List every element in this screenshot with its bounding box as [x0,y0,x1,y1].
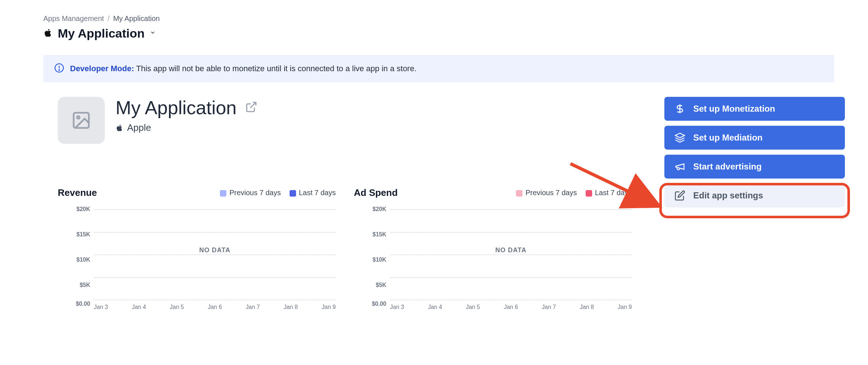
x-tick: Jan 6 [208,304,222,310]
banner-message: This app will not be able to monetize un… [136,64,417,73]
button-label: Start advertising [693,162,761,172]
y-tick: $15K [354,231,386,238]
swatch-icon [290,190,296,197]
developer-mode-banner: Developer Mode: This app will not be abl… [43,55,834,82]
svg-point-4 [77,116,79,119]
page-title: My Application [58,26,145,40]
y-tick: $0.00 [354,301,386,307]
x-tick: Jan 7 [542,304,556,310]
x-tick: Jan 4 [428,304,442,310]
adspend-chart: Ad Spend Previous 7 days Last 7 days $20… [354,187,632,310]
x-tick: Jan 9 [322,304,336,310]
x-tick: Jan 8 [284,304,298,310]
x-axis: Jan 3 Jan 4 Jan 5 Jan 6 Jan 7 Jan 8 Jan … [94,304,336,310]
breadcrumb-root[interactable]: Apps Management [43,14,104,23]
no-data-label: NO DATA [199,246,230,254]
x-tick: Jan 5 [170,304,184,310]
app-name: My Application [116,97,236,119]
edit-icon [674,190,685,201]
page-title-row[interactable]: My Application [43,26,839,40]
svg-point-2 [59,70,60,70]
x-tick: Jan 3 [94,304,108,310]
apple-icon [43,28,53,39]
alert-icon [54,63,64,74]
legend-item: Previous 7 days [516,189,577,197]
dollar-icon [674,103,685,114]
button-label: Set up Mediation [693,133,763,143]
x-tick: Jan 5 [466,304,480,310]
x-tick: Jan 8 [580,304,594,310]
button-label: Set up Monetization [693,104,775,114]
plot-area: NO DATA [390,209,632,300]
y-tick: $20K [58,206,90,212]
swatch-icon [516,190,522,197]
app-platform: Apple [116,122,257,133]
y-tick: $10K [58,257,90,263]
x-tick: Jan 4 [132,304,146,310]
no-data-label: NO DATA [495,246,526,254]
y-tick: $5K [354,282,386,288]
y-tick: $10K [354,257,386,263]
y-tick: $0.00 [58,301,90,307]
y-tick: $5K [58,282,90,288]
setup-mediation-button[interactable]: Set up Mediation [664,126,845,150]
chart-title: Revenue [58,187,97,198]
y-tick: $20K [354,206,386,212]
breadcrumb-current: My Application [113,14,160,23]
edit-app-settings-button[interactable]: Edit app settings [664,184,845,207]
plot-area: NO DATA [94,209,336,300]
chart-legend: Previous 7 days Last 7 days [516,189,632,197]
button-label: Edit app settings [693,190,763,201]
app-thumbnail [58,97,105,144]
banner-label: Developer Mode: [70,64,134,73]
action-buttons: Set up Monetization Set up Mediation Sta… [664,97,845,207]
svg-line-5 [250,102,256,108]
banner-text: Developer Mode: This app will not be abl… [70,64,417,73]
external-link-icon[interactable] [245,101,257,115]
x-tick: Jan 9 [618,304,632,310]
legend-item: Last 7 days [586,189,632,197]
chart-title: Ad Spend [354,187,398,198]
x-tick: Jan 3 [390,304,404,310]
x-tick: Jan 7 [246,304,260,310]
chart-legend: Previous 7 days Last 7 days [220,189,336,197]
breadcrumb: Apps Management / My Application [43,14,839,23]
revenue-chart: Revenue Previous 7 days Last 7 days $20K… [58,187,336,310]
x-tick: Jan 6 [504,304,518,310]
svg-marker-7 [676,133,685,138]
legend-item: Previous 7 days [220,189,281,197]
swatch-icon [220,190,226,197]
x-axis: Jan 3 Jan 4 Jan 5 Jan 6 Jan 7 Jan 8 Jan … [390,304,632,310]
y-tick: $15K [58,231,90,238]
swatch-icon [586,190,592,197]
layers-icon [674,132,685,143]
start-advertising-button[interactable]: Start advertising [664,155,845,179]
setup-monetization-button[interactable]: Set up Monetization [664,97,845,121]
app-header: My Application Apple [58,97,650,144]
chevron-down-icon [150,30,156,37]
legend-item: Last 7 days [290,189,336,197]
megaphone-icon [674,161,685,172]
breadcrumb-separator: / [108,14,110,23]
platform-label: Apple [127,122,151,133]
